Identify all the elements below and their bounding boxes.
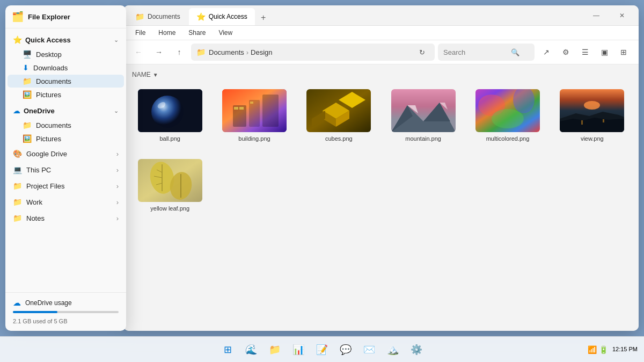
taskbar-system-area: 📶 🔋 12:15 PM (588, 345, 638, 354)
pictures-icon: 🖼️ (23, 90, 32, 99)
file-name-mountain: mountain.png (405, 135, 441, 142)
quick-access-label: Quick Access (25, 36, 111, 44)
sidebar-scroll: ⭐ Quick Access ⌄ 🖥️ Desktop ⬇ Downloads … (5, 28, 126, 292)
sidebar-item-desktop-label: Desktop (36, 50, 62, 59)
sidebar-item-this-pc[interactable]: 💻 This PC › (8, 162, 124, 177)
taskbar-word-button[interactable]: 📝 (311, 339, 333, 360)
taskbar-file-explorer-button[interactable]: 📁 (264, 339, 286, 360)
file-item-building[interactable]: building.png (216, 85, 292, 146)
grid-view-icon: ⊞ (620, 48, 627, 56)
search-input[interactable] (443, 48, 508, 56)
settings-button[interactable]: ⚙ (557, 44, 574, 61)
file-explorer-taskbar-icon: 📁 (269, 344, 281, 356)
sidebar-item-od-documents[interactable]: 📁 Documents (8, 119, 124, 132)
tab-documents-icon: 📁 (135, 12, 144, 21)
up-button[interactable]: ↑ (171, 44, 188, 61)
menu-view[interactable]: View (213, 27, 238, 39)
file-thumb-building (222, 89, 287, 132)
taskbar-mail-button[interactable]: ✉️ (358, 339, 380, 360)
wifi-icon: 📶 (588, 345, 597, 354)
file-item-view[interactable]: view.png (554, 85, 630, 146)
tab-quick-access-label: Quick Access (209, 13, 247, 20)
sidebar-quick-access-header[interactable]: ⭐ Quick Access ⌄ (8, 32, 124, 47)
sidebar-item-downloads[interactable]: ⬇ Downloads (8, 61, 124, 74)
clock[interactable]: 12:15 PM (612, 345, 638, 353)
svg-point-1 (151, 96, 184, 128)
address-bar[interactable]: 📁 Documents › Design ↻ (191, 44, 435, 61)
search-bar[interactable]: 🔍 (438, 44, 535, 61)
menu-file[interactable]: File (130, 27, 151, 39)
file-explorer-window: 📁 Documents ⭐ Quick Access + — ✕ File (123, 5, 639, 331)
onedrive-usage-label: OneDrive usage (25, 299, 72, 307)
taskbar-edge-button[interactable]: 🌊 (240, 339, 262, 360)
sidebar-item-notes[interactable]: 📁 Notes › (8, 211, 124, 226)
tab-documents[interactable]: 📁 Documents (128, 8, 188, 25)
taskbar-start-button[interactable]: ⊞ (217, 339, 238, 360)
app-title-bar: 🗂️ File Explorer (5, 5, 126, 28)
toolbar-actions: ↗ ⚙ ☰ ▣ ⊞ (538, 44, 632, 61)
file-name-ball: ball.png (159, 135, 180, 142)
sidebar-item-od-pictures[interactable]: 🖼️ Pictures (8, 132, 124, 145)
taskbar-settings-button[interactable]: ⚙️ (406, 339, 427, 360)
back-button[interactable]: ← (130, 44, 147, 61)
photos-icon: 🏔️ (387, 344, 399, 356)
sidebar-item-google-drive[interactable]: 🎨 Google Drive › (8, 146, 124, 161)
this-pc-icon: 💻 (13, 165, 22, 174)
minimize-button[interactable]: — (584, 7, 609, 24)
app-title: File Explorer (28, 13, 70, 21)
file-item-yellowleaf[interactable]: yellow leaf.png (132, 155, 208, 216)
close-button[interactable]: ✕ (610, 7, 634, 24)
taskbar-icons: ⊞ 🌊 📁 📊 📝 💬 ✉️ 🏔️ ⚙️ (217, 339, 427, 360)
file-name-multicolored: multicolored.png (486, 135, 530, 142)
onedrive-chevron: ⌄ (114, 107, 119, 114)
usage-text: 2.1 GB used of 5 GB (13, 318, 68, 324)
sort-label[interactable]: NAME (132, 71, 151, 78)
taskbar-skype-button[interactable]: 💬 (335, 339, 356, 360)
address-separator: › (246, 48, 248, 56)
file-item-ball[interactable]: ball.png (132, 85, 208, 146)
up-icon: ↑ (178, 48, 181, 56)
edge-icon: 🌊 (245, 344, 257, 356)
sidebar-item-documents[interactable]: 📁 Documents (8, 75, 124, 88)
menu-share[interactable]: Share (183, 27, 211, 39)
sidebar-item-desktop[interactable]: 🖥️ Desktop (8, 48, 124, 61)
grid-view-button[interactable]: ⊞ (615, 44, 632, 61)
od-documents-icon: 📁 (23, 121, 32, 129)
search-icon: 🔍 (511, 48, 519, 56)
project-files-chevron: › (116, 182, 119, 190)
taskbar-powerpoint-button[interactable]: 📊 (288, 339, 309, 360)
work-icon: 📁 (13, 198, 22, 206)
sidebar-item-pictures-label: Pictures (36, 91, 61, 99)
menu-share-label: Share (188, 29, 206, 37)
project-files-icon: 📁 (13, 182, 22, 190)
sidebar-item-downloads-label: Downloads (33, 64, 68, 72)
file-item-multicolored[interactable]: multicolored.png (470, 85, 545, 146)
sort-header[interactable]: NAME ▼ (132, 71, 630, 78)
menu-view-label: View (218, 29, 232, 37)
menu-file-label: File (135, 29, 145, 37)
file-thumb-multicolored (475, 89, 540, 132)
sidebar-item-pictures[interactable]: 🖼️ Pictures (8, 88, 124, 101)
file-item-mountain[interactable]: mountain.png (385, 85, 461, 146)
new-tab-button[interactable]: + (256, 10, 271, 25)
onedrive-icon: ☁ (13, 106, 20, 115)
sidebar-item-od-pictures-label: Pictures (36, 135, 61, 143)
notes-chevron: › (116, 214, 119, 222)
menu-home[interactable]: Home (153, 27, 181, 39)
tab-quick-access[interactable]: ⭐ Quick Access (189, 8, 255, 25)
taskbar-photos-button[interactable]: 🏔️ (382, 339, 404, 360)
sidebar-onedrive-header[interactable]: ☁ OneDrive ⌄ (8, 103, 124, 118)
share-button[interactable]: ↗ (538, 44, 555, 61)
file-item-cubes[interactable]: cubes.png (301, 85, 377, 146)
svg-rect-30 (581, 120, 583, 125)
view-options-button[interactable]: ☰ (576, 44, 594, 61)
sidebar-item-project-files[interactable]: 📁 Project Files › (8, 178, 124, 193)
forward-button[interactable]: → (150, 44, 167, 61)
panel-button[interactable]: ▣ (596, 44, 613, 61)
sidebar-item-work[interactable]: 📁 Work › (8, 194, 124, 209)
settings-icon: ⚙ (562, 48, 569, 56)
google-drive-icon: 🎨 (13, 149, 22, 158)
system-tray-icons: 📶 🔋 (588, 345, 608, 354)
refresh-button[interactable]: ↻ (414, 45, 429, 60)
forward-icon: → (155, 48, 163, 56)
